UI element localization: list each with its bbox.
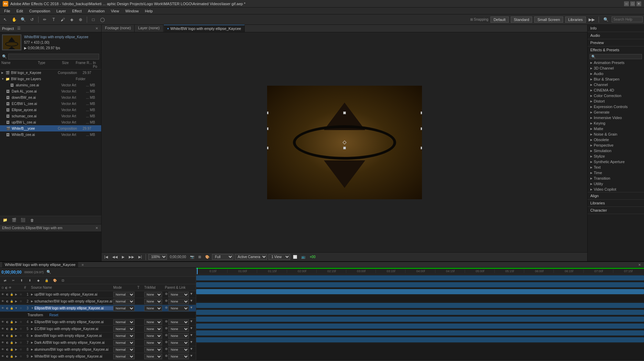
effects-cat-stylize[interactable]: ▶ Stylize: [588, 153, 644, 159]
layer-8-trik-select[interactable]: None: [144, 347, 162, 352]
viewer-play-back[interactable]: |◀: [103, 254, 109, 259]
layer-2-lock[interactable]: 🔒: [10, 299, 14, 304]
tl-btn-snap[interactable]: ⊡: [59, 277, 67, 284]
layer-5-collapse[interactable]: ▶: [14, 327, 18, 331]
layer-6-lock[interactable]: 🔒: [10, 334, 14, 338]
layer-4-eye[interactable]: 👁: [1, 320, 5, 324]
effects-cat-simulation[interactable]: ▶ Simulation: [588, 148, 644, 153]
layer-5-star[interactable]: ☆: [19, 327, 23, 331]
layer-4-solo[interactable]: ◐: [5, 320, 9, 324]
menu-help[interactable]: Help: [142, 8, 156, 14]
layer-row-5[interactable]: 👁 ◐ 🔒 ▶ ☆ 5 ▶ EC/BW logo with empty elli…: [0, 326, 196, 332]
layer-1-star[interactable]: ☆: [19, 293, 23, 297]
viewer-view-select[interactable]: 1 View2 Views: [268, 254, 290, 260]
layer-2-parent-select[interactable]: None: [168, 299, 189, 304]
menu-window[interactable]: Window: [123, 8, 141, 14]
tree-item-3[interactable]: 🖼 Dark AL_ycee.ai Vector Art ... MB: [0, 88, 101, 94]
menu-effect[interactable]: Effect: [69, 8, 84, 14]
effects-cat-noise[interactable]: ▶ Noise & Grain: [588, 131, 644, 137]
tree-item-10[interactable]: 🖼 White/B_cee.ai Vector Art ... MB: [0, 131, 101, 138]
col-header-in[interactable]: In Po: [93, 61, 100, 68]
tl-btn-lock[interactable]: 🔒: [43, 277, 50, 284]
layer-6-parent-select[interactable]: None: [168, 333, 189, 339]
layer-7-mode-select[interactable]: Normal: [113, 340, 135, 346]
layer-row-4[interactable]: 👁 ◐ 🔒 ▶ ☆ 4 ▶ Ellipse/BW logo with empty…: [0, 319, 196, 326]
viewer-play-end[interactable]: ▶|: [137, 254, 144, 259]
minimize-button[interactable]: ─: [624, 1, 629, 6]
layer-9-collapse[interactable]: ▶: [14, 354, 18, 359]
stamp-tool[interactable]: ◈: [68, 16, 75, 23]
menu-animation[interactable]: Animation: [85, 8, 107, 14]
layer-row-7[interactable]: 👁 ◐ 🔒 ▶ ☆ 7 ▶ Dark Al/BW logo with empty…: [0, 339, 196, 346]
effects-cat-keying[interactable]: ▶ Keying: [588, 120, 644, 126]
layer-3-star[interactable]: ☆: [19, 306, 23, 310]
menu-edit[interactable]: Edit: [14, 8, 26, 14]
effects-cat-channel[interactable]: ▶ Channel: [588, 82, 644, 87]
layer-4-star[interactable]: ☆: [19, 320, 23, 324]
project-delete[interactable]: 🗑: [28, 216, 36, 224]
tree-item-9[interactable]: 🎬 White/B__ycee Composition 29.97: [0, 125, 101, 131]
layer-2-solo[interactable]: ◐: [5, 299, 9, 304]
layer-row-3[interactable]: 👁 ◐ 🔒 ▼ ☆ 3 ▼ Ellipse/BW logo with empty…: [0, 305, 196, 312]
layer-row-6[interactable]: 👁 ◐ 🔒 ▶ ☆ 6 ▶ down/BW logo with empty el…: [0, 332, 196, 339]
layer-5-eye[interactable]: 👁: [1, 327, 5, 331]
hand-tool[interactable]: ✋: [10, 16, 18, 23]
layer-1-lock[interactable]: 🔒: [10, 293, 14, 297]
layer-row-9[interactable]: 👁 ◐ 🔒 ▶ ☆ 9 ▶ White/BW logo with empty e…: [0, 353, 196, 360]
layer-4-lock[interactable]: 🔒: [10, 320, 14, 324]
col-header-name[interactable]: Name: [1, 61, 38, 68]
layer-9-expand[interactable]: ▶: [31, 355, 34, 358]
timeline-search-btn[interactable]: 🔍: [45, 268, 53, 276]
viewer-step-back[interactable]: ◀◀: [111, 254, 119, 259]
layer-8-mode-select[interactable]: Normal: [113, 347, 135, 352]
layer-4-mode-select[interactable]: Normal: [113, 319, 135, 325]
effects-cat-text[interactable]: ▶ Text: [588, 164, 644, 170]
effects-cat-cinema4d[interactable]: ▶ CINEMA 4D: [588, 87, 644, 93]
pen-tool[interactable]: ✏: [41, 16, 49, 23]
layer-7-collapse[interactable]: ▶: [14, 341, 18, 345]
layer-2-mode-select[interactable]: Normal: [113, 299, 135, 304]
layer-9-mode-select[interactable]: Normal: [113, 354, 135, 359]
layer-3-solo[interactable]: ◐: [5, 306, 9, 310]
effects-cat-perspective[interactable]: ▶ Perspective: [588, 142, 644, 148]
effects-cat-expression[interactable]: ▶ Expression Controls: [588, 104, 644, 109]
layer-7-solo[interactable]: ◐: [5, 341, 9, 345]
composition-tab-main[interactable]: ● White/BW logo with empty ellipse_Kayce…: [164, 25, 245, 32]
project-new-folder[interactable]: 📁: [1, 216, 9, 224]
layer-3-lock[interactable]: 🔒: [10, 306, 14, 310]
layer-3-mode-select[interactable]: Normal: [113, 306, 135, 311]
layer-6-star[interactable]: ☆: [19, 334, 23, 338]
timeline-close[interactable]: ✕: [637, 262, 642, 267]
project-search-input[interactable]: [8, 54, 99, 60]
effects-cat-generate[interactable]: ▶ Generate: [588, 109, 644, 115]
layer-3-expand[interactable]: ▼: [31, 307, 34, 310]
timeline-tab-main[interactable]: White/BW logo with empty ellipse_Kaycee: [2, 262, 78, 267]
layer-4-collapse[interactable]: ▶: [14, 320, 18, 324]
layer-8-lock[interactable]: 🔒: [10, 348, 14, 352]
layer-8-solo[interactable]: ◐: [5, 348, 9, 352]
tree-item-6[interactable]: 🖼 Ellipse_aycee.ai Vector Art ... MB: [0, 107, 101, 113]
text-tool[interactable]: T: [50, 16, 57, 23]
tree-item-5[interactable]: 🖼 EC/BW L_cee.ai Vector Art ... MB: [0, 100, 101, 107]
tl-btn-desat[interactable]: 🎨: [51, 277, 59, 284]
layer-7-lock[interactable]: 🔒: [10, 341, 14, 345]
layer-7-trik-select[interactable]: None: [144, 340, 162, 346]
layer-9-eye[interactable]: 👁: [1, 354, 5, 359]
layer-3-trik-select[interactable]: None: [144, 306, 162, 311]
layer-row-8[interactable]: 👁 ◐ 🔒 ▶ ☆ 8 ▶ aluminum/BW logo with empt…: [0, 346, 196, 353]
col-header-type[interactable]: Type: [38, 61, 62, 68]
layer-8-expand[interactable]: ▶: [31, 348, 34, 351]
layer-4-parent-select[interactable]: None: [168, 319, 189, 325]
align-title[interactable]: Align: [588, 192, 644, 199]
layer-3-eye[interactable]: 👁: [1, 306, 5, 310]
timeline-playhead[interactable]: [197, 268, 198, 274]
layer-2-expand[interactable]: ▶: [31, 300, 34, 303]
brush-tool[interactable]: 🖌: [59, 16, 66, 23]
search-button[interactable]: 🔍: [602, 16, 610, 23]
layer-6-trik-select[interactable]: None: [144, 333, 162, 339]
layer-5-parent-select[interactable]: None: [168, 326, 189, 332]
effects-cat-distort[interactable]: ▶ Distort: [588, 98, 644, 104]
transform-reset[interactable]: Reset: [49, 313, 58, 317]
effect-controls-close[interactable]: ✕: [94, 226, 99, 231]
layer-6-collapse[interactable]: ▶: [14, 334, 18, 338]
